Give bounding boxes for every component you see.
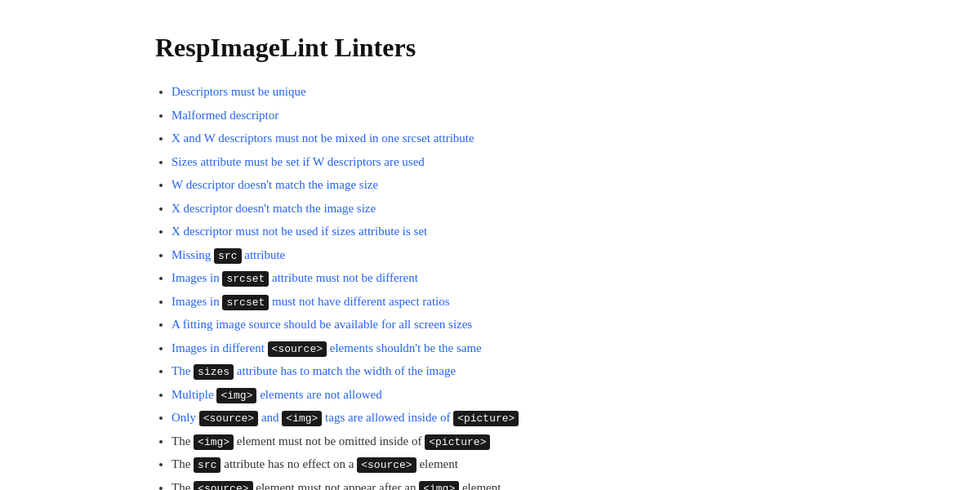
linter-link[interactable]: Images in srcset attribute must not be d… [172,271,418,284]
linter-link[interactable]: Descriptors must be unique [172,85,306,98]
inline-code: <picture> [453,411,519,426]
linter-link[interactable]: X descriptor must not be used if sizes a… [172,225,427,238]
list-item: Descriptors must be unique [172,82,825,101]
list-item: Sizes attribute must be set if W descrip… [172,153,825,172]
linter-link[interactable]: The sizes attribute has to match the wid… [172,364,456,377]
inline-code: src [214,248,241,264]
linter-link[interactable]: Multiple <img> elements are not allowed [172,388,382,401]
list-item: X descriptor must not be used if sizes a… [172,222,825,241]
list-item: Images in different <source> elements sh… [172,339,825,358]
inline-code: src [194,457,220,473]
linter-link[interactable]: Images in different <source> elements sh… [172,341,482,354]
inline-code: srcset [222,295,269,310]
linter-link[interactable]: Malformed descriptor [172,109,278,122]
inline-code: <img> [216,388,256,403]
linter-link[interactable]: Missing src attribute [172,248,285,261]
page-container: RespImageLint Linters Descriptors must b… [139,0,841,490]
list-item: Malformed descriptor [172,106,825,125]
linter-link[interactable]: A fitting image source should be availab… [172,318,472,331]
inline-code: <source> [268,341,327,357]
inline-code: <source> [194,481,252,491]
inline-code: sizes [194,364,234,380]
linters-list: Descriptors must be unique Malformed des… [155,82,825,490]
inline-code: <source> [199,411,258,426]
list-item: A fitting image source should be availab… [172,315,825,334]
inline-code: srcset [222,271,269,287]
list-item: Only <source> and <img> tags are allowed… [172,408,825,427]
inline-code: <img> [194,434,234,450]
linter-link[interactable]: Images in srcset must not have different… [172,295,450,308]
inline-code: <img> [419,481,459,491]
list-item: The <source> element must not appear aft… [172,479,825,491]
inline-code: <picture> [425,434,490,450]
list-item: Images in srcset attribute must not be d… [172,269,825,287]
list-item: Multiple <img> elements are not allowed [172,385,825,404]
list-item: X descriptor doesn't match the image siz… [172,199,825,218]
list-item: The src attribute has no effect on a <so… [172,455,825,474]
linter-link[interactable]: W descriptor doesn't match the image siz… [172,178,378,191]
inline-code: <source> [357,457,416,473]
linter-link[interactable]: X and W descriptors must not be mixed in… [172,131,474,145]
linter-link[interactable]: Sizes attribute must be set if W descrip… [172,155,425,168]
list-item: Missing src attribute [172,246,825,265]
linter-link[interactable]: X descriptor doesn't match the image siz… [172,202,376,215]
page-title: RespImageLint Linters [155,33,825,63]
list-item: Images in srcset must not have different… [172,292,825,311]
list-item: W descriptor doesn't match the image siz… [172,176,825,194]
linter-link[interactable]: Only <source> and <img> tags are allowed… [172,411,519,424]
inline-code: <img> [282,411,322,426]
list-item: X and W descriptors must not be mixed in… [172,129,825,148]
list-item: The <img> element must not be omitted in… [172,432,825,451]
list-item: The sizes attribute has to match the wid… [172,362,825,381]
